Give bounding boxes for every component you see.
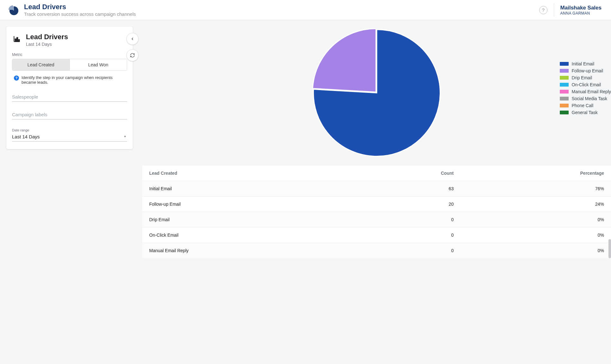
cell-name: On-Click Email xyxy=(142,228,354,243)
cell-pct: 0% xyxy=(461,243,611,258)
legend-label: Drip Email xyxy=(572,75,592,80)
cell-name: Manual Email Reply xyxy=(142,243,354,258)
legend-swatch xyxy=(560,111,569,114)
app-logo-pie-icon xyxy=(8,4,19,16)
header-left: Lead Drivers Track conversion success ac… xyxy=(8,3,136,17)
table-row[interactable]: Initial Email6376% xyxy=(142,181,611,197)
account-switcher[interactable]: Mailshake Sales ANNA GARMAN xyxy=(554,3,611,17)
app-header: Lead Drivers Track conversion success ac… xyxy=(0,0,611,20)
cell-name: Initial Email xyxy=(142,181,354,197)
pie-slice[interactable] xyxy=(313,29,376,92)
table-row[interactable]: Follow-up Email2024% xyxy=(142,197,611,212)
chevron-down-icon: ▾ xyxy=(124,135,126,138)
collapse-button[interactable] xyxy=(126,33,138,45)
date-range-field: Date range Last 14 Days ▾ xyxy=(12,128,127,142)
header-titles: Lead Drivers Track conversion success ac… xyxy=(24,3,136,17)
salespeople-input[interactable] xyxy=(12,93,127,102)
pie-chart xyxy=(310,27,443,159)
bar-chart-icon xyxy=(12,34,21,44)
metric-label: Metric xyxy=(12,52,127,57)
legend-label: Follow-up Email xyxy=(572,68,603,73)
legend-item[interactable]: Social Media Task xyxy=(560,96,611,101)
legend-item[interactable]: Initial Email xyxy=(560,61,611,66)
legend-item[interactable]: General Task xyxy=(560,110,611,115)
refresh-button[interactable] xyxy=(126,49,138,61)
col-count[interactable]: Count xyxy=(354,166,461,181)
metric-info: ? Identify the step in your campaign whe… xyxy=(12,75,127,85)
legend-item[interactable]: Follow-up Email xyxy=(560,68,611,73)
legend-swatch xyxy=(560,62,569,66)
cell-name: Drip Email xyxy=(142,212,354,228)
cell-count: 0 xyxy=(354,228,461,243)
header-right: ? Mailshake Sales ANNA GARMAN xyxy=(539,3,611,17)
cell-pct: 0% xyxy=(461,212,611,228)
svg-rect-3 xyxy=(15,39,16,42)
table-row[interactable]: Manual Email Reply00% xyxy=(142,243,611,258)
salespeople-field xyxy=(12,93,127,102)
tab-lead-created[interactable]: Lead Created xyxy=(12,59,70,70)
cell-pct: 76% xyxy=(461,181,611,197)
page-title: Lead Drivers xyxy=(24,3,136,11)
refresh-icon xyxy=(130,53,135,58)
help-icon: ? xyxy=(542,7,544,13)
date-range-value: Last 14 Days xyxy=(12,133,127,142)
cell-count: 0 xyxy=(354,212,461,228)
svg-rect-5 xyxy=(18,39,19,42)
col-name[interactable]: Lead Created xyxy=(142,166,354,181)
page-subtitle: Track conversion success across campaign… xyxy=(24,11,136,17)
col-pct[interactable]: Percentage xyxy=(461,166,611,181)
legend-label: Manual Email Reply xyxy=(572,89,611,94)
account-user: ANNA GARMAN xyxy=(560,11,602,15)
legend-swatch xyxy=(560,90,569,94)
cell-count: 0 xyxy=(354,243,461,258)
card-title: Lead Drivers xyxy=(26,33,68,41)
legend-item[interactable]: Drip Email xyxy=(560,75,611,80)
metric-info-text: Identify the step in your campaign when … xyxy=(21,75,125,85)
campaign-labels-field xyxy=(12,111,127,119)
legend-item[interactable]: Phone Call xyxy=(560,103,611,108)
card-header: Lead Drivers Last 14 Days xyxy=(12,33,127,47)
table-row[interactable]: Drip Email00% xyxy=(142,212,611,228)
legend-swatch xyxy=(560,83,569,87)
cell-pct: 0% xyxy=(461,228,611,243)
cell-pct: 24% xyxy=(461,197,611,212)
table-row[interactable]: On-Click Email00% xyxy=(142,228,611,243)
main-content: Lead Drivers Last 14 Days Metric Lead Cr… xyxy=(0,20,611,258)
legend-label: Initial Email xyxy=(572,61,595,66)
legend-label: General Task xyxy=(572,110,598,115)
metric-toggle: Lead Created Lead Won xyxy=(12,59,127,71)
chart-legend: Initial EmailFollow-up EmailDrip EmailOn… xyxy=(560,61,611,115)
info-icon: ? xyxy=(14,76,19,81)
legend-item[interactable]: On-Click Email xyxy=(560,82,611,87)
account-team: Mailshake Sales xyxy=(560,5,602,11)
svg-rect-4 xyxy=(17,38,18,42)
table-header-row: Lead Created Count Percentage xyxy=(142,166,611,181)
date-range-select[interactable]: Last 14 Days ▾ xyxy=(12,133,127,142)
cell-name: Follow-up Email xyxy=(142,197,354,212)
lead-driver-table: Lead Created Count Percentage Initial Em… xyxy=(142,166,611,258)
chart-area: Initial EmailFollow-up EmailDrip EmailOn… xyxy=(142,27,611,166)
chevron-left-icon xyxy=(130,37,135,41)
date-range-label: Date range xyxy=(12,128,127,132)
help-button[interactable]: ? xyxy=(539,6,547,14)
campaign-labels-input[interactable] xyxy=(12,111,127,119)
legend-swatch xyxy=(560,104,569,107)
legend-label: Phone Call xyxy=(572,103,594,108)
tab-lead-won[interactable]: Lead Won xyxy=(70,59,127,70)
legend-swatch xyxy=(560,76,569,80)
cell-count: 63 xyxy=(354,181,461,197)
card-subtitle: Last 14 Days xyxy=(26,42,68,47)
legend-label: Social Media Task xyxy=(572,96,608,101)
cell-count: 20 xyxy=(354,197,461,212)
report-content: Initial EmailFollow-up EmailDrip EmailOn… xyxy=(142,27,611,258)
legend-swatch xyxy=(560,97,569,100)
filter-card: Lead Drivers Last 14 Days Metric Lead Cr… xyxy=(6,27,133,149)
legend-label: On-Click Email xyxy=(572,82,601,87)
legend-item[interactable]: Manual Email Reply xyxy=(560,89,611,94)
card-float-buttons xyxy=(126,33,138,61)
scrollbar[interactable] xyxy=(608,239,611,258)
legend-swatch xyxy=(560,69,569,73)
